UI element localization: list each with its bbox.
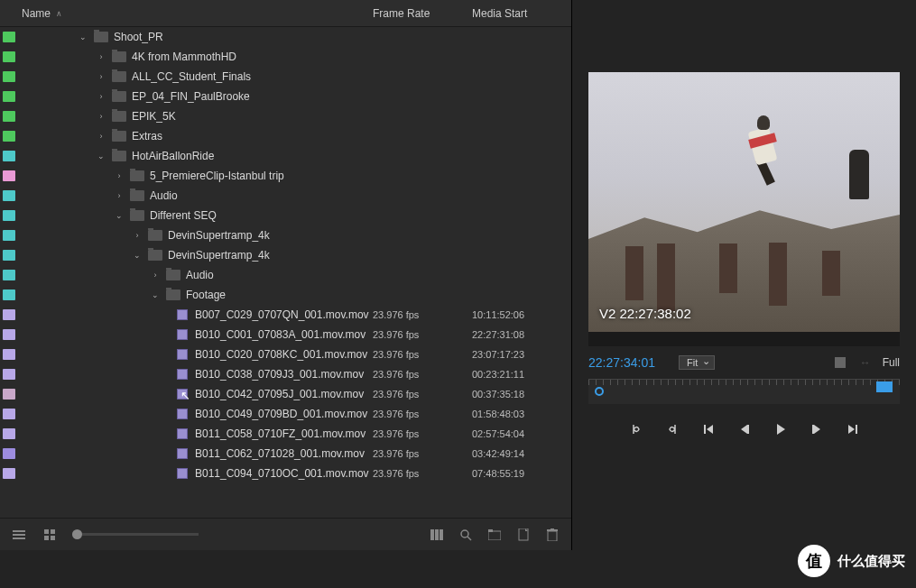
- play-button[interactable]: [772, 420, 790, 438]
- project-tree[interactable]: ⌄Shoot_PR›4K from MammothHD›ALL_CC_Stude…: [0, 27, 571, 518]
- clip-row[interactable]: B010_C001_07083A_001.mov.mov23.976 fps22…: [0, 325, 571, 345]
- bin-row[interactable]: ›Audio: [0, 265, 571, 285]
- label-color-chip: [3, 131, 15, 142]
- video-clip-icon: [177, 428, 188, 439]
- bin-row[interactable]: ›4K from MammothHD: [0, 47, 571, 67]
- chevron-right-icon[interactable]: ›: [96, 132, 106, 141]
- clip-row[interactable]: B011_C058_0710FZ_001.mov.mov23.976 fps02…: [0, 424, 571, 444]
- bin-row[interactable]: ›DevinSupertramp_4k: [0, 225, 571, 245]
- playhead-icon[interactable]: [595, 387, 604, 396]
- frame-rate-value: 23.976 fps: [373, 309, 472, 320]
- video-clip-icon: [177, 329, 188, 340]
- step-forward-button[interactable]: [808, 420, 826, 438]
- video-monitor[interactable]: V2 22:27:38:02: [588, 72, 900, 332]
- clip-row[interactable]: B010_C020_0708KC_001.mov.mov23.976 fps23…: [0, 345, 571, 364]
- clip-row[interactable]: B007_C029_0707QN_001.mov.mov23.976 fps10…: [0, 305, 571, 325]
- watermark-icon: 值: [798, 545, 830, 577]
- frame-rate-value: 23.976 fps: [373, 389, 472, 400]
- chevron-down-icon[interactable]: ⌄: [78, 32, 88, 41]
- item-label: Footage: [186, 289, 226, 301]
- bin-row[interactable]: ⌄Different SEQ: [0, 206, 571, 225]
- item-label: EPIK_5K: [132, 110, 176, 123]
- chevron-right-icon[interactable]: ›: [96, 112, 106, 121]
- mark-in-button[interactable]: [627, 420, 645, 438]
- folder-icon: [148, 250, 162, 261]
- mark-out-button[interactable]: [663, 420, 681, 438]
- chevron-right-icon[interactable]: ›: [114, 171, 125, 180]
- frame-rate-value: 23.976 fps: [373, 428, 472, 439]
- svg-rect-15: [548, 531, 557, 541]
- chevron-right-icon[interactable]: ›: [132, 231, 143, 240]
- folder-icon: [112, 111, 126, 122]
- item-label: B010_C038_0709J3_001.mov.mov: [195, 368, 364, 381]
- thumbnail-size-slider[interactable]: [72, 533, 199, 536]
- folder-icon: [166, 270, 180, 280]
- go-to-in-button[interactable]: [699, 420, 717, 438]
- chevron-right-icon[interactable]: ›: [114, 191, 125, 200]
- clip-row[interactable]: B010_C042_07095J_001.mov.mov23.976 fps00…: [0, 384, 571, 404]
- svg-rect-16: [547, 529, 558, 531]
- chevron-down-icon[interactable]: ⌄: [114, 211, 125, 220]
- item-label: B010_C001_07083A_001.mov.mov: [195, 328, 365, 341]
- label-color-chip: [3, 369, 15, 380]
- svg-rect-7: [430, 529, 434, 540]
- list-view-button[interactable]: [11, 527, 27, 543]
- media-start-value: 22:27:31:08: [472, 329, 571, 340]
- chevron-right-icon[interactable]: ›: [96, 92, 106, 101]
- bin-row[interactable]: ›Audio: [0, 186, 571, 206]
- frame-rate-value: 23.976 fps: [373, 448, 472, 459]
- bin-row[interactable]: ⌄HotAirBallonRide: [0, 146, 571, 166]
- item-label: B011_C058_0710FZ_001.mov.mov: [195, 427, 365, 440]
- clip-row[interactable]: B011_C062_071028_001.mov.mov23.976 fps03…: [0, 444, 571, 464]
- playhead-timecode[interactable]: 22:27:34:01: [588, 355, 670, 370]
- chevron-right-icon[interactable]: ›: [96, 72, 106, 81]
- video-clip-icon: [177, 409, 188, 419]
- bin-row[interactable]: ›EP_04_FIN_PaulBrooke: [0, 87, 571, 106]
- frame-rate-value: 23.976 fps: [373, 329, 472, 340]
- svg-rect-0: [13, 530, 25, 532]
- clip-row[interactable]: B011_C094_0710OC_001.mov.mov23.976 fps07…: [0, 464, 571, 483]
- go-to-out-button[interactable]: [844, 420, 862, 438]
- folder-icon: [112, 151, 126, 161]
- svg-point-10: [461, 530, 468, 537]
- monitor-footer: [588, 332, 900, 346]
- zoom-dropdown[interactable]: Fit: [679, 355, 715, 370]
- new-item-button[interactable]: [515, 527, 532, 543]
- step-back-button[interactable]: [736, 420, 754, 438]
- settings-icon[interactable]: [832, 354, 848, 371]
- icon-view-button[interactable]: [42, 527, 58, 543]
- clip-row[interactable]: B010_C049_0709BD_001.mov.mov23.976 fps01…: [0, 404, 571, 424]
- svg-rect-8: [435, 529, 439, 540]
- new-bin-button[interactable]: [486, 527, 503, 543]
- bin-row[interactable]: ⌄DevinSupertramp_4k: [0, 245, 571, 265]
- auto-sequence-button[interactable]: [429, 527, 445, 543]
- bin-row[interactable]: ⌄Footage: [0, 285, 571, 305]
- resolution-label[interactable]: Full: [883, 356, 900, 369]
- bin-row[interactable]: ›ALL_CC_Student_Finals: [0, 67, 571, 87]
- bin-row[interactable]: ⌄Shoot_PR: [0, 27, 571, 47]
- chevron-right-icon[interactable]: ›: [150, 271, 161, 280]
- watermark-text: 什么值得买: [837, 553, 905, 570]
- column-name[interactable]: Name ∧: [22, 7, 373, 20]
- find-button[interactable]: [458, 527, 474, 543]
- chevron-down-icon[interactable]: ⌄: [132, 251, 143, 260]
- panel-footer: [0, 518, 571, 550]
- bin-row[interactable]: ›5_PremiereClip-Istanbul trip: [0, 166, 571, 186]
- column-frame-rate[interactable]: Frame Rate: [373, 7, 472, 20]
- clip-row[interactable]: B010_C038_0709J3_001.mov.mov23.976 fps00…: [0, 364, 571, 384]
- bin-row[interactable]: ›Extras: [0, 126, 571, 146]
- chevron-down-icon[interactable]: ⌄: [150, 290, 161, 299]
- chevron-right-icon[interactable]: ›: [96, 52, 106, 61]
- svg-rect-12: [488, 531, 501, 540]
- bin-row[interactable]: ›EPIK_5K: [0, 106, 571, 126]
- delete-button[interactable]: [544, 527, 560, 543]
- clip-marker: [876, 381, 893, 392]
- frame-rate-value: 23.976 fps: [373, 409, 472, 419]
- chevron-down-icon[interactable]: ⌄: [96, 152, 106, 161]
- column-name-label: Name: [22, 7, 51, 20]
- timeline-ruler[interactable]: [588, 379, 900, 404]
- label-color-chip: [3, 309, 15, 320]
- label-color-chip: [3, 270, 15, 280]
- column-media-start[interactable]: Media Start: [472, 7, 571, 20]
- output-icon[interactable]: ↔: [857, 354, 874, 371]
